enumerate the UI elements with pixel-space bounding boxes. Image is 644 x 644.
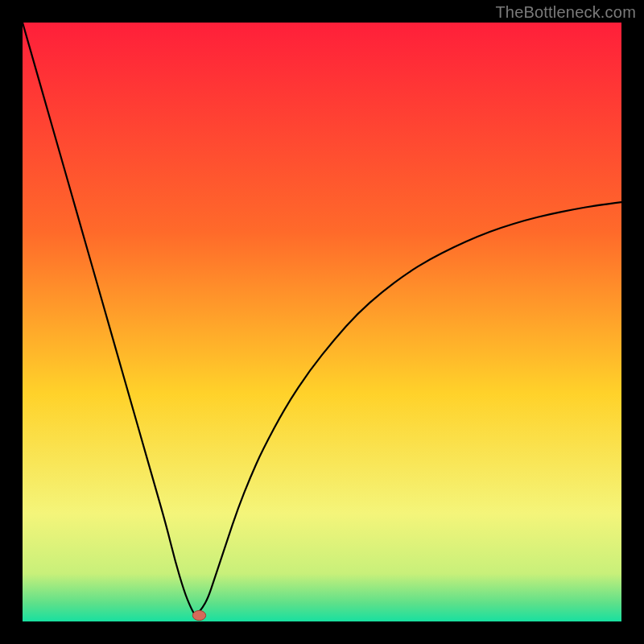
- plot-area: [23, 23, 621, 621]
- plot-svg: [23, 23, 621, 621]
- min-marker: [192, 610, 205, 620]
- watermark-text: TheBottleneck.com: [495, 3, 636, 22]
- gradient-background: [23, 23, 621, 621]
- chart-frame: TheBottleneck.com: [0, 0, 644, 644]
